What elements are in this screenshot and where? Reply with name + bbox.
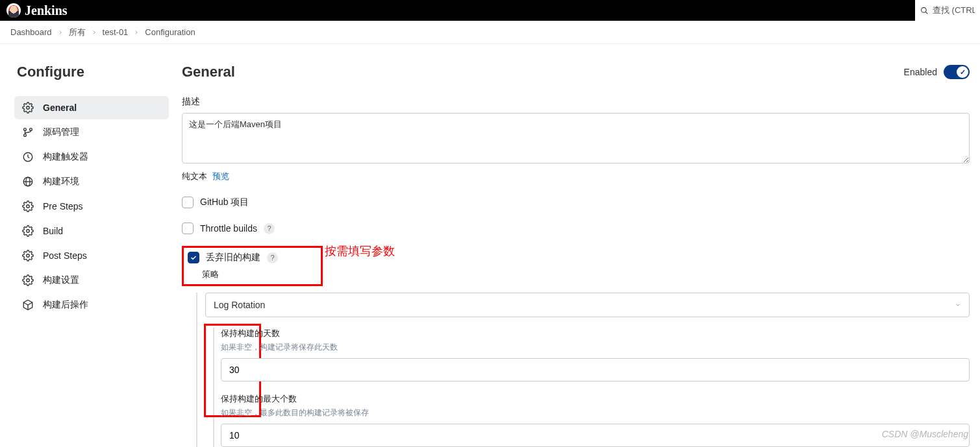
sidebar-item-label: Post Steps <box>43 250 87 261</box>
sidebar-item-0[interactable]: General <box>14 96 169 119</box>
description-textarea[interactable] <box>182 113 970 163</box>
chevron-right-icon <box>91 29 97 36</box>
svg-point-10 <box>27 205 30 208</box>
sidebar-item-label: 构建触发器 <box>43 151 88 163</box>
svg-point-0 <box>922 7 927 12</box>
discard-old-builds-checkbox[interactable] <box>188 252 199 263</box>
search-box[interactable]: 查找 (CTRL+ <box>915 0 980 21</box>
crumb-dashboard[interactable]: Dashboard <box>10 27 52 37</box>
sidebar-item-label: Pre Steps <box>43 201 82 211</box>
logo-area[interactable]: Jenkins <box>6 3 68 18</box>
breadcrumb: Dashboard 所有 test-01 Configuration <box>0 21 980 44</box>
annotation-text: 按需填写参数 <box>325 243 395 259</box>
svg-point-5 <box>30 128 32 131</box>
svg-point-13 <box>27 279 30 282</box>
sidebar-item-label: General <box>43 103 77 113</box>
top-header: Jenkins 查找 (CTRL+ <box>0 0 980 21</box>
github-label: GitHub 项目 <box>200 197 249 208</box>
app-title: Jenkins <box>25 3 68 18</box>
gear-icon <box>22 250 34 261</box>
sidebar-item-label: 构建设置 <box>43 274 79 286</box>
jenkins-icon <box>6 3 21 18</box>
sidebar-item-label: 源码管理 <box>43 127 79 138</box>
svg-point-3 <box>24 128 27 131</box>
strategy-value: Log Rotation <box>214 300 265 310</box>
sidebar-item-label: 构建环境 <box>43 176 79 187</box>
throttle-label: Throttle builds <box>200 223 257 234</box>
sidebar-item-label: Build <box>43 226 63 236</box>
sidebar-title: Configure <box>14 64 169 80</box>
sidebar-item-8[interactable]: 构建后操作 <box>14 293 169 317</box>
plaintext-label: 纯文本 <box>182 171 207 181</box>
strategy-label: 策略 <box>202 269 278 280</box>
page-title: General <box>182 64 235 80</box>
max-builds-input[interactable] <box>221 424 970 447</box>
help-icon[interactable]: ? <box>264 223 275 234</box>
gear-icon <box>22 102 34 114</box>
strategy-select[interactable]: Log Rotation <box>205 293 970 317</box>
gear-icon <box>22 200 34 212</box>
svg-point-4 <box>24 134 27 137</box>
svg-point-12 <box>27 254 30 258</box>
gear-icon <box>22 274 34 286</box>
sidebar-item-4[interactable]: Pre Steps <box>14 195 169 218</box>
annotation-box-discard: 丢弃旧的构建 ? 策略 <box>182 246 323 286</box>
gear-icon <box>22 225 34 237</box>
sidebar-item-1[interactable]: 源码管理 <box>14 121 169 144</box>
preview-link[interactable]: 预览 <box>212 171 229 181</box>
watermark: CSDN @Muscleheng <box>882 429 968 439</box>
github-checkbox[interactable] <box>182 197 194 208</box>
svg-line-1 <box>925 12 927 14</box>
description-label: 描述 <box>182 96 970 108</box>
days-to-keep-input[interactable] <box>221 358 970 381</box>
sidebar-item-2[interactable]: 构建触发器 <box>14 145 169 169</box>
days-to-keep-help: 如果非空，构建记录将保存此天数 <box>221 342 970 353</box>
chevron-right-icon <box>133 29 140 36</box>
max-builds-help: 如果非空，最多此数目的构建记录将被保存 <box>221 407 970 418</box>
sidebar-item-label: 构建后操作 <box>43 299 88 311</box>
enabled-label: Enabled <box>904 67 937 77</box>
sidebar-item-6[interactable]: Post Steps <box>14 244 169 267</box>
chevron-right-icon <box>57 29 64 36</box>
cube-icon <box>22 299 34 311</box>
crumb-config[interactable]: Configuration <box>145 27 195 37</box>
chevron-down-icon <box>955 302 961 308</box>
main-panel: General Enabled 描述 纯文本 预览 GitHub 项目 Thro… <box>182 64 970 447</box>
clock-icon <box>22 151 34 163</box>
discard-label: 丢弃旧的构建 <box>206 252 260 263</box>
search-placeholder: 查找 (CTRL+ <box>933 5 975 16</box>
enabled-toggle[interactable] <box>944 65 970 79</box>
search-icon <box>920 6 929 16</box>
crumb-all[interactable]: 所有 <box>69 27 86 38</box>
sidebar-item-7[interactable]: 构建设置 <box>14 269 169 292</box>
max-builds-label: 保持构建的最大个数 <box>221 393 970 405</box>
svg-point-2 <box>27 106 30 110</box>
throttle-checkbox[interactable] <box>182 223 194 234</box>
days-to-keep-label: 保持构建的天数 <box>221 328 970 339</box>
globe-icon <box>22 176 34 187</box>
branch-icon <box>22 127 34 138</box>
sidebar-item-5[interactable]: Build <box>14 219 169 243</box>
crumb-test01[interactable]: test-01 <box>103 27 129 37</box>
sidebar: Configure General源码管理构建触发器构建环境Pre StepsB… <box>14 64 169 447</box>
svg-point-11 <box>27 230 30 233</box>
sidebar-item-3[interactable]: 构建环境 <box>14 170 169 193</box>
help-icon[interactable]: ? <box>267 252 278 263</box>
